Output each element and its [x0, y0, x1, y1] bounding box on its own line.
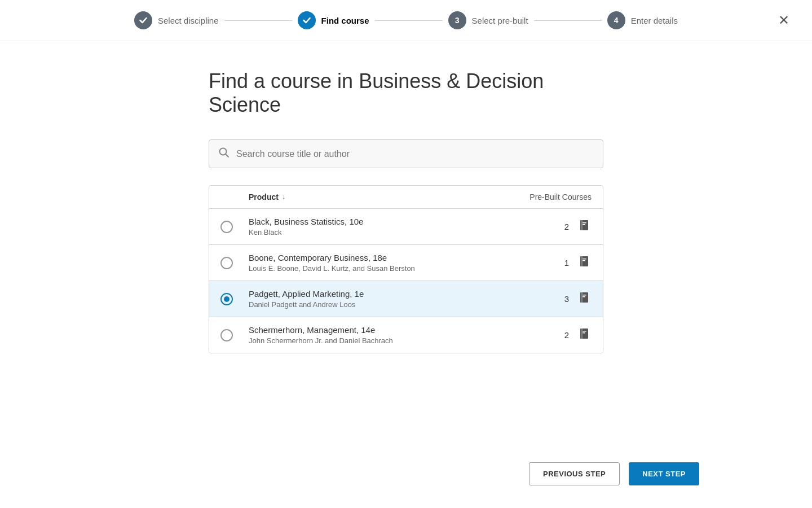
course-title-2: Boone, Contemporary Business, 18e	[249, 253, 490, 262]
book-icon-2	[578, 255, 592, 271]
step-connector-3	[534, 20, 602, 21]
search-icon	[218, 147, 230, 161]
radio-2[interactable]	[220, 257, 233, 269]
svg-rect-3	[582, 222, 586, 224]
radio-inner-3	[224, 296, 230, 302]
step-select-prebuilt[interactable]: 3 Select pre-built	[448, 11, 528, 29]
sort-icon: ↓	[282, 193, 285, 201]
prebuilt-count-4: 2	[564, 330, 569, 340]
course-info-3: Padgett, Applied Marketing, 1e Daniel Pa…	[249, 289, 490, 309]
course-author-2: Louis E. Boone, David L. Kurtz, and Susa…	[249, 264, 490, 273]
svg-rect-16	[582, 332, 585, 334]
course-author-1: Ken Black	[249, 228, 490, 237]
search-container	[209, 139, 603, 168]
prebuilt-count-3: 3	[564, 294, 569, 304]
step-3-circle: 3	[448, 11, 466, 29]
page-title: Find a course in Business & Decision Sci…	[209, 69, 603, 117]
svg-rect-8	[582, 260, 585, 261]
course-table: Product ↓ Pre-Built Courses Black, Busin…	[209, 185, 603, 353]
step-2-circle	[298, 11, 316, 29]
course-author-3: Daniel Padgett and Andrew Loos	[249, 300, 490, 309]
step-find-course[interactable]: Find course	[298, 11, 369, 29]
step-2-label: Find course	[321, 16, 369, 25]
prebuilt-col-4: 2	[490, 327, 592, 343]
radio-4[interactable]	[220, 329, 233, 341]
course-info-4: Schermerhorn, Management, 14e John Scher…	[249, 325, 490, 345]
column-product[interactable]: Product ↓	[249, 192, 490, 202]
course-title-3: Padgett, Applied Marketing, 1e	[249, 289, 490, 299]
previous-step-button[interactable]: PREVIOUS STEP	[529, 462, 620, 485]
book-icon-1	[578, 218, 592, 235]
footer-buttons: PREVIOUS STEP NEXT STEP	[529, 462, 699, 485]
main-content: Find a course in Business & Decision Sci…	[0, 41, 812, 353]
next-step-button[interactable]: NEXT STEP	[629, 462, 699, 485]
prebuilt-col-2: 1	[490, 255, 592, 271]
stepper-bar: Select discipline Find course 3 Select p…	[0, 0, 812, 41]
svg-rect-12	[582, 296, 585, 297]
step-connector-2	[375, 20, 443, 21]
prebuilt-col-3: 3	[490, 291, 592, 307]
svg-rect-4	[582, 224, 585, 225]
radio-col-2	[220, 257, 249, 269]
table-row[interactable]: Black, Business Statistics, 10e Ken Blac…	[209, 209, 603, 245]
close-button[interactable]: ✕	[778, 14, 789, 27]
course-info-1: Black, Business Statistics, 10e Ken Blac…	[249, 217, 490, 237]
step-1-circle	[134, 11, 152, 29]
svg-rect-6	[581, 256, 582, 266]
step-enter-details[interactable]: 4 Enter details	[607, 11, 678, 29]
course-info-2: Boone, Contemporary Business, 18e Louis …	[249, 253, 490, 273]
book-icon-4	[578, 327, 592, 343]
search-input[interactable]	[236, 149, 594, 159]
course-author-4: John Schermerhorn Jr. and Daniel Bachrac…	[249, 336, 490, 345]
svg-rect-14	[581, 329, 582, 339]
svg-rect-11	[582, 295, 586, 296]
table-row[interactable]: Schermerhorn, Management, 14e John Scher…	[209, 317, 603, 353]
stepper-steps: Select discipline Find course 3 Select p…	[134, 11, 678, 29]
svg-rect-2	[581, 220, 582, 230]
step-1-label: Select discipline	[158, 16, 219, 25]
step-3-label: Select pre-built	[472, 16, 528, 25]
table-header: Product ↓ Pre-Built Courses	[209, 186, 603, 209]
step-connector-1	[224, 20, 292, 21]
radio-col-1	[220, 221, 249, 233]
step-select-discipline[interactable]: Select discipline	[134, 11, 219, 29]
radio-col-4	[220, 329, 249, 341]
radio-3[interactable]	[220, 293, 233, 305]
svg-point-0	[220, 148, 227, 155]
course-title-4: Schermerhorn, Management, 14e	[249, 325, 490, 335]
book-icon-3	[578, 291, 592, 307]
course-title-1: Black, Business Statistics, 10e	[249, 217, 490, 226]
radio-1[interactable]	[220, 221, 233, 233]
prebuilt-count-1: 2	[564, 222, 569, 231]
svg-rect-7	[582, 259, 586, 260]
step-4-label: Enter details	[631, 16, 678, 25]
table-row[interactable]: Boone, Contemporary Business, 18e Louis …	[209, 245, 603, 281]
svg-rect-15	[582, 331, 586, 332]
column-prebuilt: Pre-Built Courses	[490, 192, 592, 202]
table-row[interactable]: Padgett, Applied Marketing, 1e Daniel Pa…	[209, 281, 603, 317]
prebuilt-count-2: 1	[564, 258, 569, 268]
prebuilt-col-1: 2	[490, 218, 592, 235]
step-4-circle: 4	[607, 11, 625, 29]
svg-rect-10	[581, 292, 582, 303]
radio-col-3	[220, 293, 249, 305]
